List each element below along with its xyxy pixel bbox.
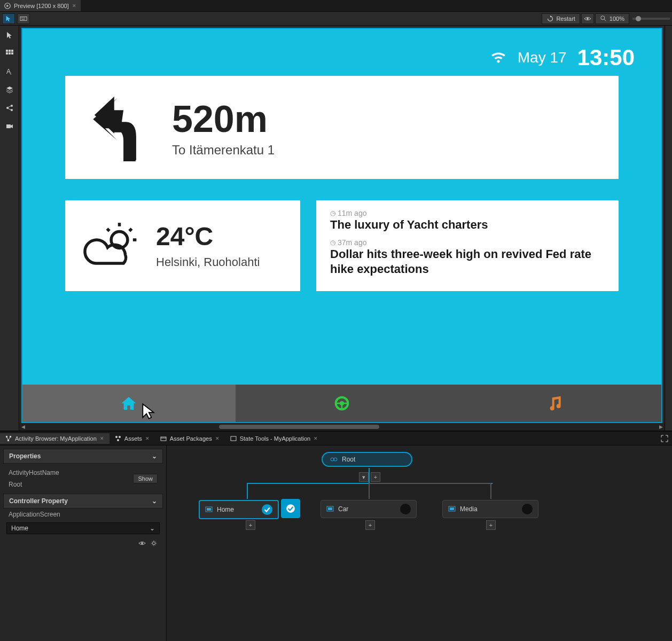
left-toolbar: A↓ [0, 26, 19, 431]
nav-home[interactable] [22, 385, 236, 422]
arrow-tool[interactable] [3, 29, 16, 42]
svg-rect-11 [6, 52, 8, 54]
package-icon [160, 435, 167, 442]
node-active-indicator[interactable] [281, 499, 300, 518]
news-title: Dollar hits three-week high on revived F… [330, 247, 605, 277]
app-screen-select[interactable]: Home ⌄ [6, 522, 160, 534]
tab-title: Preview [1200 x 800] [14, 3, 69, 9]
weather-card[interactable]: 24°C Helsinki, Ruoholahti [65, 200, 300, 291]
add-button[interactable]: + [486, 520, 496, 530]
svg-rect-19 [6, 124, 11, 128]
chevron-down-icon: ⌄ [152, 452, 157, 460]
svg-rect-3 [22, 18, 24, 18]
zoom-readout: 100% [610, 15, 624, 22]
activity-host-value: Root [9, 479, 65, 490]
controller-header[interactable]: Controller Property ⌄ [3, 494, 163, 509]
tree-icon [5, 435, 12, 442]
activity-graph[interactable]: Root ▾ + Home + Car [167, 445, 672, 641]
home-icon [120, 395, 137, 412]
weather-temp: 24°C [156, 222, 260, 251]
bottom-tabbar: Activity Browser: MyApplication✕ Assets✕… [0, 432, 672, 445]
collapse-button[interactable]: ▾ [359, 472, 369, 482]
add-button[interactable]: + [371, 472, 380, 482]
screen-icon [205, 506, 213, 513]
svg-rect-32 [7, 440, 9, 441]
svg-rect-13 [11, 52, 13, 54]
state-indicator [522, 504, 533, 514]
show-button[interactable]: Show [133, 474, 158, 483]
add-button[interactable]: + [246, 520, 255, 530]
eye-icon [584, 15, 591, 22]
nav-car[interactable] [236, 385, 449, 422]
add-button[interactable]: + [365, 520, 375, 530]
chevron-down-icon: ⌄ [150, 525, 155, 532]
layers-tool[interactable] [3, 83, 16, 96]
svg-point-38 [141, 542, 143, 544]
grid-tool[interactable] [3, 47, 16, 60]
tab-asset-packages[interactable]: Asset Packages✕ [155, 433, 225, 444]
status-date: May 17 [518, 49, 567, 66]
svg-rect-36 [161, 437, 166, 441]
text-tool[interactable]: A↓ [3, 65, 16, 78]
screen-icon [448, 505, 456, 513]
tab-activity-browser[interactable]: Activity Browser: MyApplication✕ [0, 433, 110, 444]
visibility-toggle[interactable] [581, 13, 594, 24]
node-media[interactable]: Media [442, 500, 538, 518]
node-car[interactable]: Car [321, 500, 417, 518]
zoom-control[interactable]: 100% [595, 13, 629, 24]
news-card[interactable]: 11m ago The luxury of Yacht charters 37m… [316, 200, 619, 291]
svg-rect-43 [207, 508, 211, 511]
svg-point-34 [119, 436, 121, 438]
svg-line-22 [129, 229, 131, 231]
svg-point-41 [334, 458, 337, 461]
preview-toolbar: Restart 100% [0, 12, 672, 26]
camera-tool[interactable] [3, 120, 16, 132]
steering-icon [333, 395, 350, 412]
svg-rect-9 [9, 50, 11, 52]
close-icon[interactable]: ✕ [100, 436, 104, 441]
svg-rect-31 [10, 436, 11, 437]
state-indicator [400, 504, 411, 514]
svg-point-7 [601, 15, 605, 19]
tab-state-tools[interactable]: State Tools - MyApplication✕ [225, 433, 323, 444]
news-item: 37m ago Dollar hits three-week high on r… [330, 238, 605, 277]
close-icon[interactable]: ✕ [215, 436, 220, 441]
navigation-card[interactable]: 520m To Itämerenkatu 1 [65, 76, 619, 179]
app-screen-label: ApplicationScreen [3, 509, 163, 520]
svg-point-33 [115, 436, 118, 438]
close-icon[interactable]: ✕ [72, 3, 76, 9]
nav-distance: 520m [172, 98, 275, 140]
tab-assets[interactable]: Assets✕ [110, 433, 155, 444]
mouse-cursor-icon [142, 403, 159, 420]
svg-rect-30 [6, 436, 7, 437]
svg-rect-5 [22, 19, 25, 19]
node-root[interactable]: Root [322, 452, 412, 467]
news-item: 11m ago The luxury of Yacht charters [330, 209, 605, 233]
zoom-slider[interactable] [632, 18, 670, 20]
keyboard-tool[interactable] [17, 13, 30, 24]
restart-button[interactable]: Restart [542, 13, 580, 24]
node-home[interactable]: Home [199, 500, 279, 519]
properties-panel: Properties ⌄ ActivityHostName Root Show … [0, 445, 167, 641]
close-icon[interactable]: ✕ [314, 436, 318, 441]
activity-host-label: ActivityHostName [9, 467, 65, 479]
nav-media[interactable] [448, 385, 661, 422]
horizontal-scrollbar[interactable]: ◀▶ [19, 423, 665, 431]
svg-rect-10 [11, 50, 13, 52]
properties-header[interactable]: Properties ⌄ [3, 449, 163, 464]
pointer-tool[interactable] [2, 13, 15, 24]
svg-rect-37 [231, 436, 236, 441]
svg-rect-48 [450, 507, 454, 510]
gear-icon[interactable] [150, 540, 158, 549]
right-gutter [665, 26, 672, 431]
expand-icon[interactable] [660, 434, 669, 443]
status-time: 13:50 [577, 45, 635, 71]
share-tool[interactable] [3, 101, 16, 114]
svg-point-44 [286, 504, 295, 513]
restart-label: Restart [556, 15, 575, 22]
svg-rect-1 [20, 17, 27, 20]
eye-icon[interactable] [138, 540, 146, 549]
preview-tab[interactable]: Preview [1200 x 800] ✕ [0, 0, 81, 11]
svg-point-39 [152, 542, 155, 544]
close-icon[interactable]: ✕ [145, 436, 150, 441]
